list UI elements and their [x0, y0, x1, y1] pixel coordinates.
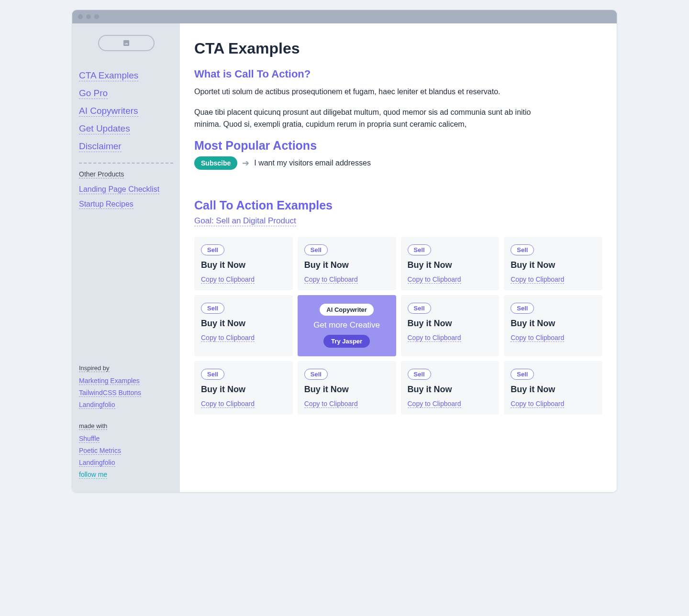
link-landingfolio[interactable]: Landingfolio	[79, 401, 115, 409]
main-content: CTA Examples What is Call To Action? Opo…	[180, 23, 617, 492]
link-shuffle[interactable]: Shuffle	[79, 435, 100, 443]
intro-para-2: Quae tibi placent quicunq prosunt aut di…	[194, 107, 558, 131]
subscribe-description: I want my visitors email addresses	[254, 159, 371, 167]
cta-card: Sell Buy it Now Copy to Clipboard	[504, 361, 602, 415]
link-tailwindcss-buttons[interactable]: TailwindCSS Buttons	[79, 389, 141, 397]
examples-grid: Sell Buy it Now Copy to Clipboard Sell B…	[194, 237, 602, 415]
page-title: CTA Examples	[194, 40, 602, 57]
other-products-heading: Other Products	[79, 170, 124, 178]
cta-card: Sell Buy it Now Copy to Clipboard	[194, 361, 293, 415]
card-title: Buy it Now	[201, 385, 286, 395]
link-landing-page-checklist[interactable]: Landing Page Checklist	[79, 185, 159, 194]
logo[interactable]	[98, 35, 155, 51]
cta-card: Sell Buy it Now Copy to Clipboard	[504, 237, 602, 290]
inspired-by-block: Inspired by Marketing Examples TailwindC…	[79, 364, 173, 413]
cta-card: Sell Buy it Now Copy to Clipboard	[401, 295, 500, 356]
card-title: Buy it Now	[201, 319, 286, 329]
copy-to-clipboard[interactable]: Copy to Clipboard	[511, 334, 564, 342]
cta-card: Sell Buy it Now Copy to Clipboard	[298, 237, 396, 290]
nav-cta-examples[interactable]: CTA Examples	[79, 70, 138, 81]
cta-card: Sell Buy it Now Copy to Clipboard	[194, 237, 293, 290]
subscribe-button[interactable]: Subscibe	[194, 156, 237, 170]
card-title: Buy it Now	[304, 385, 389, 395]
card-tag: Sell	[511, 244, 534, 255]
popular-action-row: Subscibe ➔ I want my visitors email addr…	[194, 156, 602, 170]
image-icon	[122, 39, 130, 47]
card-tag: Sell	[408, 369, 431, 380]
link-follow-me[interactable]: follow me	[79, 471, 107, 479]
card-tag: Sell	[201, 303, 224, 314]
cta-card: Sell Buy it Now Copy to Clipboard	[194, 295, 293, 356]
app-window: CTA Examples Go Pro AI Copywriters Get U…	[72, 10, 617, 493]
made-with-block: made with Shuffle Poetic Metrics Landing…	[79, 422, 173, 483]
section-most-popular: Most Popular Actions	[194, 139, 602, 153]
card-title: Buy it Now	[408, 260, 493, 270]
nav-ai-copywriters[interactable]: AI Copywriters	[79, 106, 138, 117]
goal-link[interactable]: Goal: Sell an Digital Product	[194, 216, 296, 226]
card-title: Buy it Now	[408, 319, 493, 329]
link-landingfolio-2[interactable]: Landingfolio	[79, 459, 115, 467]
window-dot	[86, 14, 91, 19]
primary-nav: CTA Examples Go Pro AI Copywriters Get U…	[79, 70, 173, 152]
copy-to-clipboard[interactable]: Copy to Clipboard	[408, 400, 461, 408]
copy-to-clipboard[interactable]: Copy to Clipboard	[408, 334, 461, 342]
card-title: Buy it Now	[511, 260, 596, 270]
section-cta-examples: Call To Action Examples	[194, 198, 602, 212]
link-poetic-metrics[interactable]: Poetic Metrics	[79, 447, 121, 455]
nav-disclaimer[interactable]: Disclaimer	[79, 141, 122, 152]
card-tag: Sell	[511, 369, 534, 380]
made-with-heading: made with	[79, 422, 107, 430]
copy-to-clipboard[interactable]: Copy to Clipboard	[201, 334, 255, 342]
card-tag: Sell	[511, 303, 534, 314]
sidebar-divider	[79, 163, 173, 164]
nav-get-updates[interactable]: Get Updates	[79, 123, 130, 134]
promo-badge: AI Copywriter	[320, 304, 374, 316]
card-tag: Sell	[408, 303, 431, 314]
arrow-right-icon: ➔	[242, 158, 249, 168]
nav-go-pro[interactable]: Go Pro	[79, 88, 108, 99]
cta-card: Sell Buy it Now Copy to Clipboard	[298, 361, 396, 415]
copy-to-clipboard[interactable]: Copy to Clipboard	[408, 275, 461, 284]
copy-to-clipboard[interactable]: Copy to Clipboard	[511, 400, 564, 408]
window-dot	[94, 14, 99, 19]
intro-para-1: Oportet uti solum de actibus proseqution…	[194, 86, 558, 98]
promo-text: Get more Creative	[313, 320, 380, 330]
card-title: Buy it Now	[304, 260, 389, 270]
copy-to-clipboard[interactable]: Copy to Clipboard	[304, 400, 358, 408]
cta-card: Sell Buy it Now Copy to Clipboard	[401, 237, 500, 290]
card-tag: Sell	[304, 369, 328, 380]
inspired-heading: Inspired by	[79, 364, 110, 372]
try-jasper-button[interactable]: Try Jasper	[323, 335, 370, 348]
card-tag: Sell	[201, 244, 224, 255]
copy-to-clipboard[interactable]: Copy to Clipboard	[201, 275, 255, 284]
cta-card: Sell Buy it Now Copy to Clipboard	[504, 295, 602, 356]
card-title: Buy it Now	[511, 319, 596, 329]
promo-card: AI Copywriter Get more Creative Try Jasp…	[298, 295, 396, 356]
card-tag: Sell	[408, 244, 431, 255]
link-marketing-examples[interactable]: Marketing Examples	[79, 377, 140, 385]
card-tag: Sell	[304, 244, 328, 255]
copy-to-clipboard[interactable]: Copy to Clipboard	[511, 275, 564, 284]
window-titlebar	[72, 10, 617, 23]
cta-card: Sell Buy it Now Copy to Clipboard	[401, 361, 500, 415]
window-dot	[78, 14, 83, 19]
link-startup-recipes[interactable]: Startup Recipes	[79, 200, 133, 209]
copy-to-clipboard[interactable]: Copy to Clipboard	[201, 400, 255, 408]
card-title: Buy it Now	[201, 260, 286, 270]
other-products-list: Landing Page Checklist Startup Recipes	[79, 185, 173, 209]
card-title: Buy it Now	[511, 385, 596, 395]
copy-to-clipboard[interactable]: Copy to Clipboard	[304, 275, 358, 284]
card-title: Buy it Now	[408, 385, 493, 395]
card-tag: Sell	[201, 369, 224, 380]
sidebar: CTA Examples Go Pro AI Copywriters Get U…	[72, 23, 180, 492]
section-what-is-cta: What is Call To Action?	[194, 68, 602, 80]
